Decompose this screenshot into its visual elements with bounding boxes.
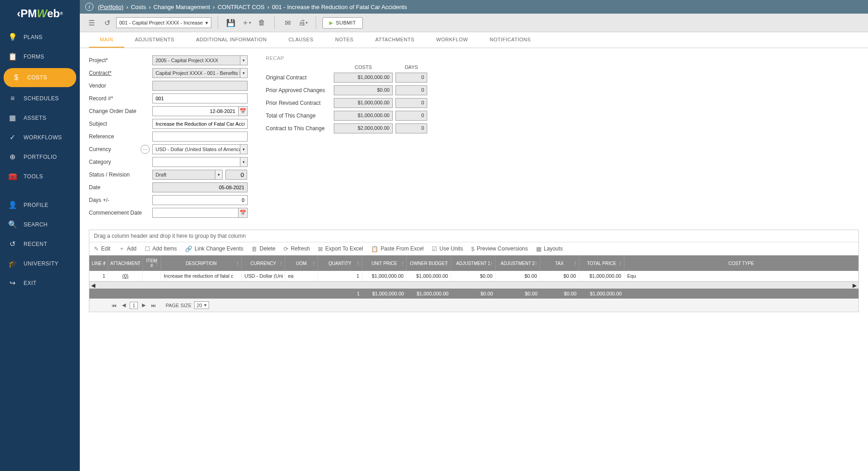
currency-dropdown[interactable]: USD - Dollar (United States of America)▾: [152, 144, 248, 154]
add-items-button[interactable]: ☐Add Items: [145, 245, 177, 252]
tab-notes[interactable]: NOTES: [324, 32, 364, 48]
record-dropdown[interactable]: 001 - Capital Project XXXX - Increase▾: [116, 17, 211, 28]
link-change-events-button[interactable]: 🔗Link Change Events: [185, 245, 243, 252]
col-adjustment-2[interactable]: ADJUSTMENT 2⋮: [496, 255, 540, 271]
tab-notifications[interactable]: NOTIFICATIONS: [479, 32, 542, 48]
pencil-icon: ✎: [94, 245, 99, 252]
attachment-link[interactable]: (0): [108, 271, 143, 281]
nav-costs[interactable]: $COSTS: [4, 68, 76, 87]
col-line[interactable]: LINE #⋮: [89, 255, 108, 271]
col-owner-budget[interactable]: OWNER BUDGET⋮: [407, 255, 451, 271]
nav-assets[interactable]: ▦ASSETS: [0, 108, 80, 128]
page-size-dropdown[interactable]: 20▾: [194, 301, 209, 309]
breadcrumb-part: 001 - Increase the Reduction of Fatal Ca…: [272, 4, 407, 10]
reference-input[interactable]: [152, 132, 248, 142]
col-tax[interactable]: TAX⋮: [540, 255, 579, 271]
tab-workflow[interactable]: WORKFLOW: [425, 32, 479, 48]
info-icon[interactable]: i: [85, 3, 93, 11]
nav-university[interactable]: 🎓UNIVERSITY: [0, 254, 80, 273]
nav-search[interactable]: 🔍SEARCH: [0, 215, 80, 234]
col-uom[interactable]: UOM⋮: [285, 255, 318, 271]
preview-conversions-button[interactable]: $Preview Conversions: [471, 245, 528, 252]
breadcrumb-part[interactable]: Change Management: [153, 4, 210, 10]
tab-additional-information[interactable]: ADDITIONAL INFORMATION: [185, 32, 278, 48]
sidebar: ‹PMWeb® 💡PLANS📋FORMS$COSTS≡SCHEDULES▦ASS…: [0, 0, 80, 471]
breadcrumb-root[interactable]: (Portfolio): [98, 4, 123, 10]
calendar-icon[interactable]: 📅: [239, 208, 248, 218]
pager-first-icon[interactable]: ⏮: [110, 303, 118, 308]
print-icon[interactable]: 🖨▾: [297, 16, 309, 29]
submit-button[interactable]: ▶ SUBMIT: [322, 17, 363, 29]
col-adjustment-1[interactable]: ADJUSTMENT 1⋮: [451, 255, 496, 271]
nav-exit[interactable]: ↪EXIT: [0, 273, 80, 293]
grid-row[interactable]: 1 (0) Increase the reduction of fatal c …: [89, 271, 858, 281]
col-attachment[interactable]: ATTACHMENT⋮: [108, 255, 143, 271]
col-cost-type[interactable]: COST TYPE: [624, 255, 858, 271]
add-icon[interactable]: ＋▾: [240, 16, 253, 29]
pager-last-icon[interactable]: ⏭: [150, 303, 157, 308]
days-input[interactable]: [152, 195, 248, 205]
contract-dropdown[interactable]: Capital Project XXXX - 001 - Benefits Re…: [152, 68, 248, 78]
export-excel-button[interactable]: ⊠Export To Excel: [318, 245, 363, 252]
col-currency[interactable]: CURRENCY⋮: [242, 255, 285, 271]
col-total-price[interactable]: TOTAL PRICE⋮: [579, 255, 624, 271]
history-icon[interactable]: ↺: [101, 16, 113, 29]
subject-input[interactable]: [152, 119, 248, 129]
nav-forms[interactable]: 📋FORMS: [0, 47, 80, 66]
grid-group-hint[interactable]: Drag a column header and drop it here to…: [89, 230, 858, 242]
tab-main[interactable]: MAIN: [89, 32, 124, 48]
tab-attachments[interactable]: ATTACHMENTS: [364, 32, 425, 48]
grid: Drag a column header and drop it here to…: [89, 230, 859, 312]
refresh-button[interactable]: ⟳Refresh: [283, 245, 310, 252]
list-icon[interactable]: ☰: [85, 16, 98, 29]
calendar-icon[interactable]: 📅: [239, 106, 248, 116]
record-input[interactable]: [152, 93, 248, 103]
logo: ‹PMWeb®: [0, 0, 80, 27]
category-dropdown[interactable]: ▾: [152, 157, 248, 167]
breadcrumb-part[interactable]: Costs: [131, 4, 146, 10]
col-item[interactable]: ITEM #⋮: [143, 255, 161, 271]
record-label: Record #*: [89, 95, 152, 102]
pager-prev-icon[interactable]: ◀: [121, 302, 127, 308]
recap-row: Total of This Change$1,000,000.000: [266, 111, 427, 121]
delete-button[interactable]: 🗑Delete: [251, 245, 275, 252]
tab-clauses[interactable]: CLAUSES: [278, 32, 324, 48]
nav-tools[interactable]: 🧰TOOLS: [0, 167, 80, 186]
project-dropdown[interactable]: 2005 - Capital Project XXXX▾: [152, 55, 248, 65]
grid-horizontal-scrollbar[interactable]: ◀▶: [89, 281, 858, 289]
refresh-icon: ⟳: [283, 245, 288, 252]
nav-portfolio[interactable]: ⊕PORTFOLIO: [0, 147, 80, 167]
paste-excel-button[interactable]: 📋Paste From Excel: [371, 245, 424, 252]
breadcrumb-part[interactable]: CONTRACT COS: [218, 4, 265, 10]
tab-adjustments[interactable]: ADJUSTMENTS: [124, 32, 185, 48]
search-icon: 🔍: [7, 220, 18, 229]
nav-profile[interactable]: 👤PROFILE: [0, 195, 80, 215]
edit-button[interactable]: ✎Edit: [94, 245, 111, 252]
more-icon[interactable]: ⋯: [141, 145, 150, 154]
save-icon[interactable]: 💾: [224, 16, 237, 29]
costs-icon: $: [11, 74, 22, 82]
change-order-date-input[interactable]: [152, 106, 239, 116]
delete-icon[interactable]: 🗑: [255, 16, 268, 29]
pager-next-icon[interactable]: ▶: [141, 302, 147, 308]
plus-icon: ＋: [119, 245, 125, 253]
email-icon[interactable]: ✉: [281, 16, 294, 29]
link-icon: 🔗: [185, 245, 192, 252]
col-description[interactable]: DESCRIPTION⋮: [161, 255, 242, 271]
status-dropdown[interactable]: Draft▾: [152, 170, 223, 180]
profile-icon: 👤: [7, 201, 18, 209]
nav-schedules[interactable]: ≡SCHEDULES: [0, 89, 80, 108]
contract-label[interactable]: Contract*: [89, 70, 152, 76]
nav-recent[interactable]: ↺RECENT: [0, 234, 80, 254]
use-units-toggle[interactable]: ☑Use Units: [432, 245, 463, 252]
col-unit-price[interactable]: UNIT PRICE⋮: [362, 255, 407, 271]
col-quantity[interactable]: QUANTITY⋮: [318, 255, 362, 271]
pager-page-input[interactable]: 1: [130, 302, 138, 309]
layouts-button[interactable]: ▦Layouts: [536, 245, 563, 252]
nav-workflows[interactable]: ✓WORKFLOWS: [0, 128, 80, 147]
add-button[interactable]: ＋Add: [119, 245, 137, 253]
commencement-date-label: Commencement Date: [89, 210, 152, 216]
assets-icon: ▦: [7, 113, 18, 122]
nav-plans[interactable]: 💡PLANS: [0, 27, 80, 47]
commencement-date-input[interactable]: [152, 208, 239, 218]
